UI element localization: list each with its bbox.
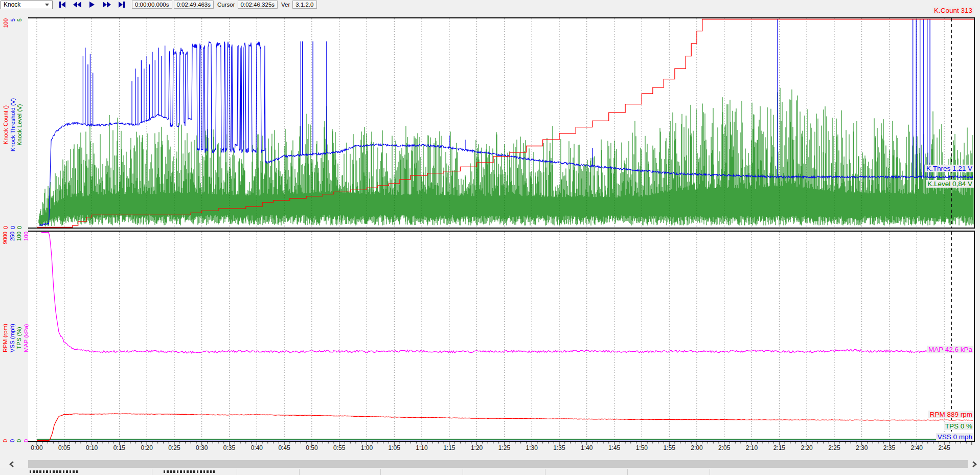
x-tick-label: 2:05 — [713, 444, 736, 451]
clipped-text-fragment — [164, 470, 215, 473]
x-tick-label: 0:40 — [245, 444, 268, 451]
axis-vmax-label: 100 — [3, 18, 9, 42]
transport-controls — [58, 1, 126, 8]
x-tick-label: 0:10 — [81, 444, 103, 451]
version-value-field: 3.1.2.0 — [292, 1, 316, 9]
axis-vname-label: MAP (kPa) — [23, 282, 30, 394]
rpm-value-label: RPM 889 rpm — [928, 411, 974, 418]
x-tick-label: 1:30 — [520, 444, 543, 451]
scroll-right-button[interactable] — [969, 460, 980, 468]
vss-value-label: VSS 0 mph — [936, 433, 974, 441]
channel-dropdown[interactable]: Knock — [1, 1, 53, 9]
axis-vzero-label: 0 — [10, 214, 16, 229]
x-tick-label: 2:00 — [686, 444, 708, 451]
skip-to-start-button[interactable] — [58, 1, 67, 8]
x-tick-label: 2:20 — [795, 444, 818, 451]
axis-vmax-label: 5 — [10, 18, 16, 42]
log-length-field: 0:02:49.463s — [174, 1, 214, 9]
x-tick-label: 2:25 — [823, 444, 846, 451]
x-tick-label: 1:20 — [466, 444, 488, 451]
skip-to-end-icon — [118, 1, 126, 8]
log-start-time-field: 0:00:00.000s — [132, 1, 172, 9]
x-tick-label: 2:10 — [741, 444, 763, 451]
left-chevron-icon — [9, 461, 14, 467]
x-tick-label: 0:00 — [26, 444, 48, 451]
play-icon — [89, 1, 95, 8]
right-chevron-icon — [972, 461, 977, 467]
x-tick-label: 1:45 — [603, 444, 626, 451]
clipped-text-fragment — [30, 470, 78, 473]
x-tick-label: 2:35 — [878, 444, 900, 451]
play-button[interactable] — [87, 1, 97, 8]
axis-vmax-label: 100 — [16, 232, 22, 255]
x-tick-label: 0:20 — [135, 444, 158, 451]
rewind-icon — [73, 1, 82, 8]
axis-vzero-label: 0 — [16, 427, 22, 442]
kthres-value-label: K.Thres 1,21 V — [925, 165, 974, 172]
x-tick-label: 2:15 — [768, 444, 790, 451]
x-tick-label: 2:40 — [905, 444, 928, 451]
toolbar: Knock 0:00:00.000s 0:02:49.463s Cursor 0… — [0, 0, 980, 9]
x-tick-label: 0:25 — [163, 444, 186, 451]
axis-vzero-label: 0 — [3, 214, 9, 229]
x-tick-label: 2:45 — [933, 444, 955, 451]
fast-forward-icon — [102, 1, 111, 8]
x-tick-label: 0:05 — [53, 444, 76, 451]
x-tick-label: 2:30 — [851, 444, 873, 451]
axis-vname-label: RPM (rpm) — [2, 282, 9, 394]
scrollbar-thumb[interactable] — [28, 460, 968, 468]
knock-chart-canvas — [28, 18, 974, 228]
cursor-label: Cursor — [217, 2, 235, 8]
axis-vname-label: Knock Level (V) — [16, 69, 23, 181]
axis-vmax-label: 9000 — [2, 232, 9, 255]
cursor-time-field: 0:02:46.325s — [238, 1, 278, 9]
x-tick-label: 1:10 — [411, 444, 433, 451]
klevel-value-label: K.Level 0,84 V — [926, 180, 974, 188]
clipped-status-row — [0, 469, 980, 475]
knock-chart-plot[interactable] — [28, 17, 975, 229]
axis-vzero-label: 0 — [9, 427, 16, 442]
fast-forward-button[interactable] — [102, 1, 111, 8]
x-tick-label: 0:15 — [108, 444, 130, 451]
axis-vzero-label: 0 — [23, 427, 30, 442]
x-tick-label: 1:55 — [658, 444, 680, 451]
x-tick-label: 0:30 — [191, 444, 213, 451]
axis-vmax-label: 5 — [16, 18, 23, 42]
axis-vname-label: TPS (%) — [16, 282, 22, 394]
x-tick-label: 0:45 — [273, 444, 295, 451]
engine-chart-canvas — [28, 232, 974, 441]
scroll-left-button[interactable] — [6, 460, 17, 468]
axis-vname-label: VSS (mph) — [9, 282, 16, 394]
x-tick-label: 1:00 — [355, 444, 378, 451]
channel-dropdown-value: Knock — [4, 1, 20, 8]
x-tick-label: 1:50 — [630, 444, 653, 451]
x-tick-label: 0:35 — [218, 444, 241, 451]
x-tick-label: 1:05 — [383, 444, 405, 451]
axis-vmax-label: 250 — [9, 232, 16, 255]
x-tick-label: 1:35 — [548, 444, 571, 451]
axis-vname-label: Knock Threshold (V) — [10, 69, 16, 181]
engine-chart-plot[interactable] — [28, 231, 975, 442]
x-tick-label: 1:40 — [576, 444, 598, 451]
x-tick-label: 0:50 — [301, 444, 323, 451]
kcount-value-label: K.Count 313 — [932, 7, 974, 14]
axis-vmax-label: 100 — [23, 232, 30, 255]
version-label: Ver — [281, 2, 290, 8]
x-tick-label: 1:25 — [493, 444, 515, 451]
axis-vzero-label: 0 — [16, 214, 23, 229]
x-tick-label: 0:55 — [328, 444, 351, 451]
chevron-down-icon — [45, 4, 49, 6]
axis-vzero-label: 0 — [2, 427, 9, 442]
tps-value-label: TPS 0 % — [944, 422, 974, 430]
skip-to-start-icon — [58, 1, 66, 8]
axis-vname-label: Knock Count () — [3, 69, 9, 181]
horizontal-scrollbar[interactable] — [0, 460, 980, 468]
map-value-label: MAP 42,6 kPa — [927, 346, 974, 353]
x-tick-label: 1:15 — [438, 444, 461, 451]
skip-to-end-button[interactable] — [117, 1, 126, 8]
rewind-button[interactable] — [73, 1, 82, 8]
